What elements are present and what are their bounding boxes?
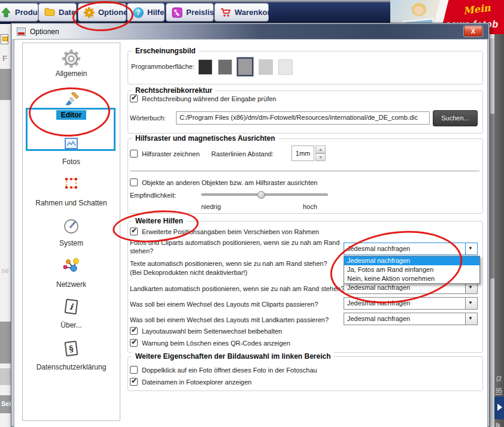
chevron-down-icon[interactable] — [465, 313, 477, 325]
layout-landkarten-label: Was soll bei einem Wechsel des Layouts m… — [130, 316, 329, 323]
dictionary-path-input[interactable]: C:/Program Files (x86)/dm/dm-Fotowelt/Re… — [176, 111, 430, 125]
chevron-down-icon[interactable] — [465, 298, 477, 309]
layoutauswahl-checkbox[interactable] — [130, 327, 138, 335]
group-title: Rechtschreibkorrektur — [132, 86, 215, 95]
pricelist-icon — [172, 7, 183, 18]
options-sidebar: Allgemein Editor Fotos — [22, 43, 120, 421]
background-navy-box — [494, 396, 504, 419]
toolbar-tab-hilfe[interactable]: ? Hilfe — [127, 3, 165, 22]
background-text-3: Ik. — [496, 422, 502, 427]
texte-label: Texte automatisch positionieren, wenn si… — [130, 260, 327, 267]
snap-checkbox[interactable] — [130, 178, 138, 186]
dialog-titlebar[interactable]: Optionen X — [12, 24, 488, 39]
close-button[interactable]: X — [464, 26, 482, 37]
dateinamen-checkbox-row[interactable]: Dateinamen in Fotoexplorer anzeigen — [130, 378, 251, 386]
suchen-button[interactable]: Suchen... — [433, 110, 478, 126]
background-text-1: (2 — [496, 375, 502, 382]
spellcheck-checkbox[interactable] — [130, 95, 138, 102]
extended-position-checkbox[interactable] — [130, 228, 138, 235]
fotos-cliparts-combo[interactable]: Jedesmal nachfragen — [344, 243, 478, 255]
network-icon — [62, 256, 81, 277]
dropdown-option-3[interactable]: Nein, keine Aktion vornehmen — [344, 274, 479, 283]
spinner-down-icon[interactable]: ▼ — [315, 153, 326, 161]
spinner-buttons: ▲ ▼ — [315, 146, 326, 161]
sidebar-item-label: Rahmen und Schatten — [23, 199, 120, 207]
theme-swatch-4[interactable] — [259, 59, 273, 75]
background-band — [0, 69, 11, 100]
layoutauswahl-checkbox-row[interactable]: Layoutauswahl beim Seitenwechsel beibeha… — [130, 327, 282, 335]
sidebar-item-ueber[interactable]: i Über... — [23, 299, 120, 329]
extended-position-checkbox-row[interactable]: Erweiterte Positionsangaben beim Verschi… — [130, 228, 319, 236]
cart-icon — [220, 7, 231, 18]
frame-icon — [63, 176, 79, 192]
qr-warnung-checkbox[interactable] — [130, 339, 138, 347]
folder-icon — [44, 7, 55, 18]
photo-icon — [65, 138, 78, 150]
info-icon: i — [65, 299, 78, 314]
separator — [130, 171, 479, 171]
sidebar-item-netzwerk[interactable]: Netzwerk — [23, 256, 120, 289]
sidebar-item-label: Datenschutzerklärung — [23, 363, 120, 371]
toolbar-tab-produkte[interactable]: Produkte — [0, 3, 38, 22]
sidebar-item-editor[interactable]: Editor — [23, 92, 120, 120]
sidebar-item-label: Allgemein — [23, 69, 120, 78]
background-scrollbar[interactable] — [490, 38, 494, 427]
theme-swatch-5[interactable] — [278, 59, 293, 75]
group-title: Erscheinungsbild — [132, 47, 199, 55]
woerterbuch-label: Wörterbuch: — [130, 114, 166, 122]
dateinamen-checkbox[interactable] — [130, 378, 138, 386]
doppelklick-checkbox[interactable] — [130, 366, 138, 374]
fotos-cliparts-label: Fotos und Cliparts automatisch positioni… — [130, 238, 341, 255]
niedrig-label: niedrig — [201, 203, 221, 210]
sidebar-item-allgemein[interactable]: Allgemein — [23, 49, 120, 78]
layout-landkarten-combo[interactable]: Jedesmal nachfragen — [344, 313, 478, 325]
sidebar-item-datenschutz[interactable]: § Datenschutzerklärung — [23, 341, 120, 371]
programmoberflaeche-label: Programmoberfläche: — [131, 63, 195, 70]
scrollbar-thumb[interactable] — [490, 114, 494, 278]
theme-swatch-3-selected[interactable] — [237, 57, 253, 76]
dropdown-option-1[interactable]: Jedesmal nachfragen — [344, 256, 479, 265]
layout-cliparts-combo[interactable]: Jedesmal nachfragen — [344, 297, 478, 310]
rasterlinien-label: Rasterlinien Abstand: — [211, 150, 274, 158]
snap-checkbox-row[interactable]: Objekte an anderen Objekten bzw. am Hilf… — [130, 178, 317, 187]
group-title: Weitere Hilfen — [132, 217, 186, 225]
background-file-icon — [1, 34, 8, 44]
background-text-se: se — [1, 267, 9, 275]
spinner-up-icon[interactable]: ▲ — [315, 146, 326, 153]
dropdown-list: Jedesmal nachfragen Ja, Fotos am Rand ei… — [344, 256, 480, 284]
sidebar-item-label: Fotos — [23, 158, 120, 166]
optionen-dialog: Optionen X Allgemein — [11, 23, 490, 427]
background-band — [0, 322, 11, 364]
doppelklick-checkbox-row[interactable]: Doppelklick auf ein Foto öffnet dieses F… — [130, 366, 317, 374]
toolbar-tab-optionen[interactable]: Optionen — [78, 3, 126, 22]
chevron-down-icon[interactable] — [465, 243, 477, 255]
sidebar-item-system[interactable]: System — [23, 218, 120, 247]
gear-icon — [84, 7, 95, 18]
brush-icon — [63, 92, 80, 110]
background-text-2: 95 — [496, 387, 502, 395]
group-title: Weitere Eigenschaften der Bildauswahl im… — [132, 352, 334, 361]
theme-swatch-1[interactable] — [198, 59, 212, 75]
toolbar-tab-warenkorb[interactable]: Warenkorb — [214, 3, 269, 22]
gear-icon — [62, 49, 81, 69]
gauge-icon — [63, 218, 80, 236]
theme-swatch-2[interactable] — [218, 59, 232, 75]
dropdown-option-2[interactable]: Ja, Fotos am Rand einfangen — [344, 265, 479, 274]
dialog-title: Optionen — [30, 28, 59, 36]
sidebar-item-rahmen[interactable]: Rahmen und Schatten — [23, 176, 120, 207]
qr-warnung-checkbox-row[interactable]: Warnung beim Löschen eines QR-Codes anze… — [130, 339, 290, 347]
hilfsraster-checkbox-row[interactable]: Hilfsraster zeichnen — [130, 150, 200, 158]
hilfsraster-checkbox[interactable] — [130, 150, 138, 158]
slider-handle[interactable] — [257, 191, 265, 199]
arrow-up-icon — [1, 7, 11, 18]
texte-note: (Bei Dekoprodukten nicht deaktivierbar!) — [130, 269, 247, 276]
help-icon: ? — [133, 7, 144, 18]
toolbar-tab-datei[interactable]: Datei — [38, 3, 77, 22]
spellcheck-checkbox-row[interactable]: Rechtschreibung während der Eingabe prüf… — [130, 95, 276, 103]
paragraph-icon: § — [65, 341, 78, 356]
toolbar-tab-preisliste[interactable]: Preisliste — [166, 3, 214, 22]
sidebar-item-label: System — [23, 239, 120, 247]
rasterlinien-spinbox[interactable]: 1mm — [292, 146, 314, 161]
sidebar-item-fotos[interactable]: Fotos — [23, 138, 120, 166]
background-letter: F — [2, 54, 7, 63]
